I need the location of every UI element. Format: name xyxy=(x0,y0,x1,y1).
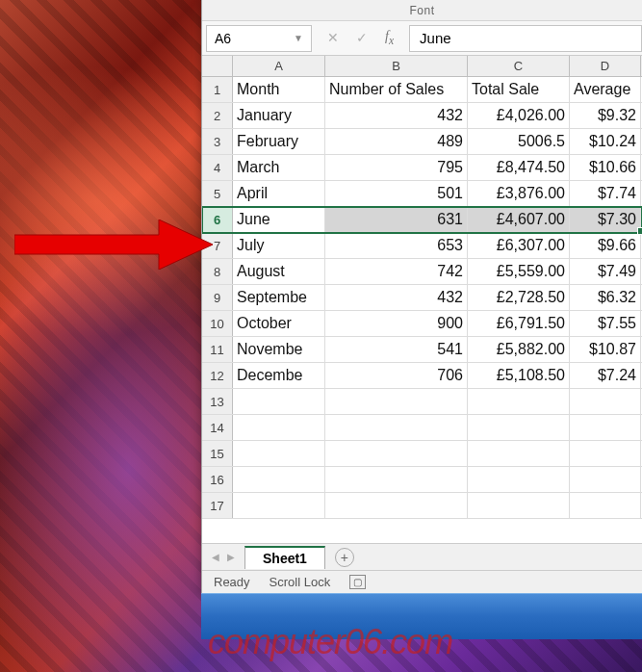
row-header[interactable]: 1 xyxy=(202,77,233,102)
cell[interactable] xyxy=(233,467,325,492)
cell[interactable]: £3,876.00 xyxy=(468,181,570,206)
cell[interactable]: July xyxy=(233,233,325,258)
cell[interactable] xyxy=(468,493,570,518)
cell[interactable]: £5,108.50 xyxy=(468,363,570,388)
cell[interactable] xyxy=(325,415,468,440)
cell[interactable]: Number of Sales xyxy=(325,77,468,102)
cell[interactable]: Month xyxy=(233,77,325,102)
cell[interactable]: $9.32 xyxy=(570,103,641,128)
row-header[interactable]: 11 xyxy=(202,337,233,362)
cell[interactable]: £4,607.00 xyxy=(468,207,570,232)
cell[interactable]: £2,728.50 xyxy=(468,285,570,310)
cell[interactable]: 706 xyxy=(325,363,468,388)
cell[interactable]: Septembe xyxy=(233,285,325,310)
cell[interactable] xyxy=(233,493,325,518)
cell[interactable]: March xyxy=(233,155,325,180)
select-all-corner[interactable] xyxy=(202,56,233,76)
cell[interactable]: Average xyxy=(570,77,641,102)
tab-next-icon[interactable]: ▶ xyxy=(227,552,235,562)
cell[interactable] xyxy=(570,441,641,466)
cell[interactable] xyxy=(325,493,468,518)
col-header-A[interactable]: A xyxy=(233,56,325,76)
cell[interactable]: 432 xyxy=(325,103,468,128)
col-header-B[interactable]: B xyxy=(325,56,468,76)
formula-bar-input[interactable]: June xyxy=(409,25,642,52)
cell[interactable]: August xyxy=(233,259,325,284)
row-header[interactable]: 17 xyxy=(202,493,233,518)
cell[interactable]: 5006.5 xyxy=(468,129,570,154)
row-header[interactable]: 8 xyxy=(202,259,233,284)
col-header-D[interactable]: D xyxy=(570,56,641,76)
cell[interactable]: $7.24 xyxy=(570,363,641,388)
cell[interactable]: $10.24 xyxy=(570,129,641,154)
cell[interactable]: February xyxy=(233,129,325,154)
cell[interactable] xyxy=(570,415,641,440)
cell[interactable] xyxy=(325,467,468,492)
cell[interactable]: 432 xyxy=(325,285,468,310)
cell[interactable]: June xyxy=(233,207,325,232)
cell[interactable]: 742 xyxy=(325,259,468,284)
cell[interactable]: $7.30 xyxy=(570,207,641,232)
row-header[interactable]: 10 xyxy=(202,311,233,336)
col-header-C[interactable]: C xyxy=(468,56,570,76)
cell[interactable]: October xyxy=(233,311,325,336)
cell[interactable]: $10.87 xyxy=(570,337,641,362)
cell[interactable] xyxy=(468,389,570,414)
macro-record-icon[interactable]: ▢ xyxy=(349,575,366,589)
cell[interactable] xyxy=(570,389,641,414)
cell[interactable]: $7.74 xyxy=(570,181,641,206)
cell[interactable] xyxy=(325,441,468,466)
row-header[interactable]: 14 xyxy=(202,415,233,440)
cell[interactable]: $7.49 xyxy=(570,259,641,284)
cell[interactable]: 489 xyxy=(325,129,468,154)
cell[interactable] xyxy=(468,441,570,466)
row-header[interactable]: 4 xyxy=(202,155,233,180)
row-header[interactable]: 6 xyxy=(202,207,233,232)
tab-prev-icon[interactable]: ◀ xyxy=(212,552,219,562)
cell[interactable]: 795 xyxy=(325,155,468,180)
cell[interactable]: 631 xyxy=(325,207,468,232)
cell[interactable]: £4,026.00 xyxy=(468,103,570,128)
cell[interactable]: $6.32 xyxy=(570,285,641,310)
row-header[interactable]: 9 xyxy=(202,285,233,310)
cell[interactable]: Novembe xyxy=(233,337,325,362)
cell[interactable]: £6,307.00 xyxy=(468,233,570,258)
cell[interactable]: January xyxy=(233,103,325,128)
cell[interactable] xyxy=(570,467,641,492)
cell[interactable]: £8,474.50 xyxy=(468,155,570,180)
enter-icon[interactable]: ✓ xyxy=(356,30,368,45)
cell[interactable] xyxy=(233,441,325,466)
cell[interactable] xyxy=(468,415,570,440)
cell[interactable] xyxy=(325,389,468,414)
cell[interactable] xyxy=(233,415,325,440)
cell[interactable]: 653 xyxy=(325,233,468,258)
cell[interactable]: £5,882.00 xyxy=(468,337,570,362)
row-header[interactable]: 15 xyxy=(202,441,233,466)
row-header[interactable]: 13 xyxy=(202,389,233,414)
cell[interactable]: 900 xyxy=(325,311,468,336)
cell[interactable]: $10.66 xyxy=(570,155,641,180)
cell[interactable] xyxy=(570,493,641,518)
cell[interactable]: £5,559.00 xyxy=(468,259,570,284)
row-header[interactable]: 5 xyxy=(202,181,233,206)
row-header[interactable]: 16 xyxy=(202,467,233,492)
cell[interactable]: 501 xyxy=(325,181,468,206)
sheet-tab-active[interactable]: Sheet1 xyxy=(244,546,325,569)
cell[interactable]: Total Sale xyxy=(468,77,570,102)
row-header[interactable]: 12 xyxy=(202,363,233,388)
cell[interactable]: April xyxy=(233,181,325,206)
cell[interactable] xyxy=(233,389,325,414)
row-header[interactable]: 3 xyxy=(202,129,233,154)
cancel-icon[interactable]: ✕ xyxy=(327,30,339,45)
row-header[interactable]: 7 xyxy=(202,233,233,258)
fx-icon[interactable]: fx xyxy=(385,29,394,47)
cell[interactable]: 541 xyxy=(325,337,468,362)
row-header[interactable]: 2 xyxy=(202,103,233,128)
cell[interactable]: Decembe xyxy=(233,363,325,388)
cell[interactable]: £6,791.50 xyxy=(468,311,570,336)
add-sheet-button[interactable]: + xyxy=(335,548,354,567)
cell[interactable]: $9.66 xyxy=(570,233,641,258)
name-box[interactable]: A6 ▼ xyxy=(206,25,312,52)
cell[interactable]: $7.55 xyxy=(570,311,641,336)
cell[interactable] xyxy=(468,467,570,492)
